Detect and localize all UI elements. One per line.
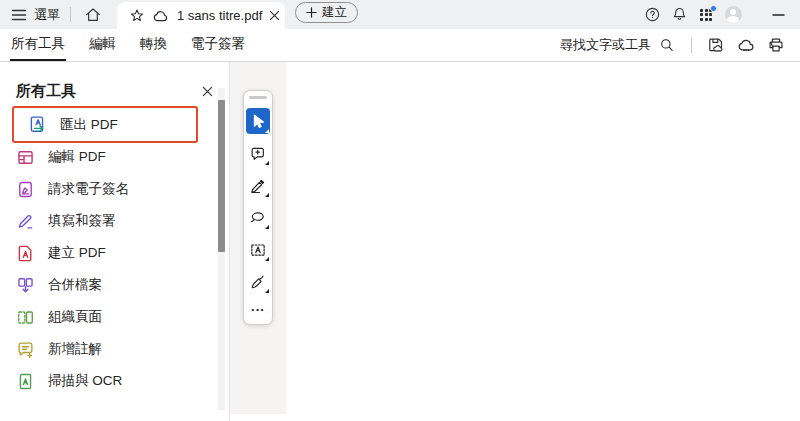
- tool-item-organize-pages[interactable]: 組織頁面: [0, 301, 229, 333]
- divider: [691, 38, 692, 53]
- tab-convert[interactable]: 轉換: [139, 29, 168, 61]
- tool-item-label: 掃描與 OCR: [48, 372, 122, 390]
- tool-item-label: 建立 PDF: [48, 244, 106, 262]
- tool-list: 匯出 PDF 編輯 PDF 請求電子簽名 填寫和簽署: [0, 108, 229, 397]
- cloud-upload-icon[interactable]: [734, 33, 758, 57]
- document-tab[interactable]: 1 sans titre.pdf: [117, 2, 285, 29]
- document-canvas[interactable]: ...: [230, 62, 800, 421]
- avatar[interactable]: [721, 3, 745, 27]
- tool-item-scan-ocr[interactable]: 掃描與 OCR: [0, 365, 229, 397]
- combine-files-icon: [16, 276, 35, 295]
- panel-title: 所有工具: [16, 82, 76, 101]
- toolbar-tabs: 所有工具 編輯 轉換 電子簽署: [10, 29, 268, 61]
- tool-item-label: 合併檔案: [48, 276, 102, 294]
- quick-tools-toolbar: ...: [243, 90, 273, 325]
- panel-scrollbar-track[interactable]: [218, 88, 225, 410]
- tab-title: 1 sans titre.pdf: [177, 8, 262, 23]
- plus-icon: [306, 7, 317, 18]
- tool-item-label: 新增註解: [48, 340, 102, 358]
- minimize-icon[interactable]: [766, 3, 790, 27]
- menu-button[interactable]: 選單: [10, 3, 60, 27]
- scan-ocr-icon: [16, 372, 35, 391]
- toolbar-drag-handle[interactable]: [249, 96, 267, 99]
- bell-icon[interactable]: [667, 3, 691, 27]
- home-button[interactable]: [81, 3, 105, 27]
- tool-item-edit-pdf[interactable]: 編輯 PDF: [0, 141, 229, 173]
- tab-close-icon[interactable]: [269, 7, 280, 25]
- tab-bar: 選單 1 sans titre.pdf 建立: [0, 0, 800, 29]
- menu-label: 選單: [34, 6, 60, 24]
- tool-item-label: 填寫和簽署: [48, 212, 116, 230]
- highlight-tool[interactable]: [246, 174, 270, 198]
- tool-item-export-pdf[interactable]: 匯出 PDF: [14, 108, 196, 141]
- select-tool[interactable]: [246, 108, 270, 134]
- tab-edit[interactable]: 編輯: [88, 29, 117, 61]
- tool-item-label: 編輯 PDF: [48, 148, 106, 166]
- all-tools-panel: 所有工具 匯出 PDF 編輯 PDF: [0, 62, 230, 421]
- tool-item-label: 請求電子簽名: [48, 180, 129, 198]
- export-pdf-icon: [28, 115, 47, 134]
- add-text-tool[interactable]: [246, 238, 270, 262]
- tool-item-request-esign[interactable]: 請求電子簽名: [0, 173, 229, 205]
- create-button[interactable]: 建立: [295, 2, 358, 23]
- fill-sign-icon: [16, 212, 35, 231]
- more-tools[interactable]: ...: [251, 302, 265, 318]
- print-icon[interactable]: [764, 33, 788, 57]
- tab-all-tools[interactable]: 所有工具: [10, 29, 66, 61]
- apps-grid-icon[interactable]: [694, 3, 718, 27]
- create-pdf-icon: [16, 244, 35, 263]
- tool-item-add-comments[interactable]: 新增註解: [0, 333, 229, 365]
- app-toolbar: 所有工具 編輯 轉換 電子簽署 尋找文字或工具: [0, 29, 800, 62]
- tool-item-create-pdf[interactable]: 建立 PDF: [0, 237, 229, 269]
- notification-badge: [710, 5, 717, 12]
- tab-esign[interactable]: 電子簽署: [190, 29, 246, 61]
- add-comment-tool[interactable]: [246, 142, 270, 166]
- search-icon: [659, 37, 675, 53]
- panel-scrollbar-thumb[interactable]: [218, 100, 225, 252]
- save-icon[interactable]: [704, 33, 728, 57]
- tool-item-label: 組織頁面: [48, 308, 102, 326]
- help-button[interactable]: [640, 3, 664, 27]
- cloud-icon: [152, 9, 170, 23]
- divider: [70, 7, 71, 22]
- edit-pdf-icon: [16, 148, 35, 167]
- tool-item-combine-files[interactable]: 合併檔案: [0, 269, 229, 301]
- add-comments-icon: [16, 340, 35, 359]
- star-icon[interactable]: [129, 8, 145, 24]
- request-esign-icon: [16, 180, 35, 199]
- find-label: 尋找文字或工具: [560, 36, 651, 54]
- find-tools-button[interactable]: 尋找文字或工具: [560, 36, 675, 54]
- tool-item-fill-sign[interactable]: 填寫和簽署: [0, 205, 229, 237]
- panel-close-icon[interactable]: [197, 81, 217, 101]
- content-area: 所有工具 匯出 PDF 編輯 PDF: [0, 62, 800, 421]
- create-label: 建立: [322, 4, 347, 21]
- hamburger-icon: [10, 3, 28, 27]
- sign-tool[interactable]: [246, 270, 270, 294]
- tool-item-label: 匯出 PDF: [60, 116, 118, 134]
- organize-pages-icon: [16, 308, 35, 327]
- lasso-tool[interactable]: [246, 206, 270, 230]
